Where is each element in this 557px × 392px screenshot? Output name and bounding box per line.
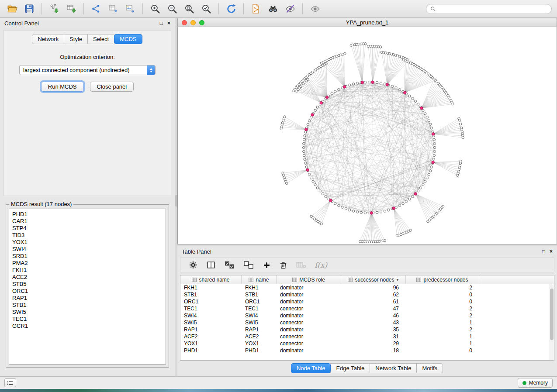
table-body: FKH1FKH1dominator962STB1STB1dominator620… <box>180 284 554 360</box>
tab-network-table[interactable]: Network Table <box>370 363 417 373</box>
zoom-fit-icon[interactable] <box>182 2 196 16</box>
mcds-result-item[interactable]: ACE2 <box>12 274 163 281</box>
search-icon <box>430 6 436 12</box>
criterion-select[interactable]: largest connected component (undirected) <box>19 65 156 75</box>
tab-network[interactable]: Network <box>32 34 64 44</box>
mcds-result-list[interactable]: PHD1CAR1STP4TID3YOX1SWI4SRD1PMA2FKH1ACE2… <box>9 209 166 364</box>
node-table: shared namenameMCDS rolesuccessor nodes▾… <box>180 275 554 361</box>
toolbar-separator <box>83 3 84 14</box>
share-document-icon[interactable] <box>249 2 263 16</box>
memory-button[interactable]: Memory <box>518 378 553 388</box>
mcds-result-item[interactable]: TID3 <box>12 232 163 239</box>
deselect-all-rows-icon[interactable] <box>243 259 254 271</box>
float-table-panel-icon[interactable]: □ <box>542 249 545 254</box>
mcds-result-item[interactable]: YOX1 <box>12 239 163 246</box>
tab-node-table[interactable]: Node Table <box>291 363 331 373</box>
scrollbar-thumb[interactable] <box>550 289 554 340</box>
control-panel-title: Control Panel <box>4 20 39 27</box>
close-panel-button[interactable]: Close panel <box>90 82 134 92</box>
tab-mcds[interactable]: MCDS <box>114 34 142 44</box>
save-icon[interactable] <box>22 2 36 16</box>
create-column-icon[interactable] <box>263 259 271 271</box>
mcds-result-item[interactable]: STB1 <box>12 302 163 309</box>
export-network-icon[interactable] <box>89 2 103 16</box>
zoom-in-icon[interactable] <box>148 2 162 16</box>
zoom-out-icon[interactable] <box>165 2 179 16</box>
column-header-MCDS-role[interactable]: MCDS role <box>277 275 341 284</box>
mcds-result-item[interactable]: ORC1 <box>12 288 163 295</box>
table-toolbar: f(x) <box>180 258 554 272</box>
mcds-result-item[interactable]: SRD1 <box>12 253 163 260</box>
column-header-predecessor-nodes[interactable]: predecessor nodes <box>406 275 479 284</box>
window-minimize-icon[interactable] <box>190 20 196 25</box>
close-control-panel-icon[interactable]: × <box>167 21 170 26</box>
show-columns-icon[interactable] <box>206 259 216 271</box>
mcds-tab-content: NetworkStyleSelectMCDS Optimization crit… <box>3 30 171 196</box>
network-canvas[interactable] <box>177 27 557 244</box>
first-neighbors-icon[interactable] <box>266 2 280 16</box>
column-header-successor-nodes[interactable]: successor nodes▾ <box>341 275 406 284</box>
mcds-result-item[interactable]: SWI5 <box>12 309 163 316</box>
export-image-icon[interactable] <box>123 2 137 16</box>
table-row[interactable]: SWI4SWI4dominator462 <box>180 312 554 319</box>
tab-edge-table[interactable]: Edge Table <box>330 363 370 373</box>
function-builder-icon: f(x) <box>315 261 327 269</box>
table-row[interactable]: FKH1FKH1dominator962 <box>180 284 554 291</box>
run-mcds-button[interactable]: Run MCDS <box>41 82 84 92</box>
zoom-selected-icon[interactable] <box>199 2 213 16</box>
control-panel-header: Control Panel □ × <box>0 18 175 28</box>
import-network-from-file-icon[interactable] <box>47 2 61 16</box>
refresh-network-icon[interactable] <box>224 2 238 16</box>
mcds-result-item[interactable]: PHD1 <box>12 211 163 218</box>
control-panel-tabs: NetworkStyleSelectMCDS <box>4 34 171 44</box>
table-row[interactable]: SWI5SWI5connector431 <box>180 319 554 326</box>
column-grid-icon <box>192 278 197 282</box>
mcds-result-item[interactable]: GCR1 <box>12 323 163 330</box>
hide-selected-icon[interactable] <box>283 2 297 16</box>
mcds-result-item[interactable]: FKH1 <box>12 267 163 274</box>
tab-style[interactable]: Style <box>64 34 88 44</box>
mcds-result-item[interactable]: STP4 <box>12 225 163 232</box>
search-input[interactable] <box>439 6 547 12</box>
select-all-rows-icon[interactable] <box>224 259 235 271</box>
settings-gear-icon[interactable] <box>188 259 198 271</box>
tab-motifs[interactable]: Motifs <box>416 363 443 373</box>
table-tabs: Node TableEdge TableNetwork TableMotifs <box>177 361 557 376</box>
float-panel-icon[interactable]: □ <box>160 21 163 26</box>
mcds-result-item[interactable]: SWI4 <box>12 246 163 253</box>
toolbar-separator <box>243 3 244 14</box>
table-row[interactable]: ACE2ACE2connector311 <box>180 333 554 340</box>
mcds-result-item[interactable]: STB5 <box>12 281 163 288</box>
toolbar-separator <box>142 3 143 14</box>
column-header-name[interactable]: name <box>242 275 277 284</box>
memory-label: Memory <box>529 380 548 386</box>
mcds-result-item[interactable]: RAP1 <box>12 295 163 302</box>
table-panel: Table Panel □ × f(x) shared namenameMCDS… <box>177 246 557 376</box>
table-row[interactable]: RAP1RAP1dominator352 <box>180 326 554 333</box>
delete-columns-icon[interactable] <box>279 259 287 271</box>
import-table-from-file-icon[interactable] <box>64 2 78 16</box>
table-row[interactable]: TEC1TEC1connector472 <box>180 305 554 312</box>
column-header-shared-name[interactable]: shared name <box>180 275 242 284</box>
mcds-result-item[interactable]: TEC1 <box>12 316 163 323</box>
mcds-result-item[interactable]: CAR1 <box>12 218 163 225</box>
tab-select[interactable]: Select <box>87 34 114 44</box>
sort-chevron-icon: ▾ <box>397 277 399 282</box>
network-title: YPA_prune.txt_1 <box>346 19 388 26</box>
export-table-icon[interactable] <box>106 2 120 16</box>
window-zoom-icon[interactable] <box>199 20 204 25</box>
optimization-criterion-label: Optimization criterion: <box>4 54 171 60</box>
open-folder-icon[interactable] <box>5 2 19 16</box>
table-row[interactable]: PHD1PHD1dominator180 <box>180 347 554 354</box>
table-scrollbar[interactable] <box>549 284 554 360</box>
mcds-result-item[interactable]: PMA2 <box>12 260 163 267</box>
task-history-button[interactable] <box>4 378 16 387</box>
table-row[interactable]: STB1STB1dominator620 <box>180 291 554 298</box>
control-panel: Control Panel □ × NetworkStyleSelectMCDS… <box>0 18 175 376</box>
table-row[interactable]: YOX1YOX1connector291 <box>180 340 554 347</box>
show-hidden-icon[interactable] <box>308 2 322 16</box>
table-row[interactable]: ORC1ORC1dominator610 <box>180 298 554 305</box>
close-table-panel-icon[interactable]: × <box>550 249 553 254</box>
network-view-window: YPA_prune.txt_1 <box>177 18 557 244</box>
window-close-icon[interactable] <box>182 20 187 25</box>
